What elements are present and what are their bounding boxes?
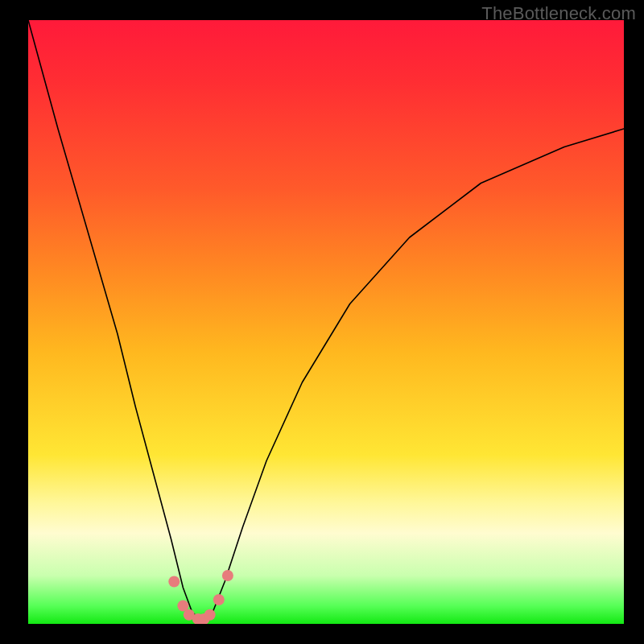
trough-marker (213, 594, 225, 605)
chart-frame: TheBottleneck.com (0, 0, 644, 644)
trough-marker (168, 576, 180, 588)
trough-marker (222, 570, 233, 581)
trough-marker (204, 609, 216, 621)
bottleneck-curve (28, 20, 624, 621)
plot-area (28, 20, 624, 624)
trough-markers (168, 570, 233, 624)
chart-svg (28, 20, 624, 624)
